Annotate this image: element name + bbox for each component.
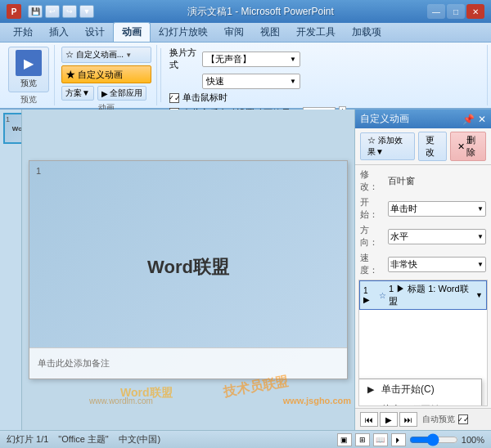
speed-value: 快速 (206, 75, 224, 87)
ribbon-group-preview: ▶ 预览 预览 (3, 45, 55, 105)
play-button[interactable]: ▶ (380, 412, 398, 427)
add-effect-button[interactable]: ☆ 添加效果▼ (360, 132, 415, 160)
save-icon[interactable]: 💾 (28, 5, 43, 18)
preview-button[interactable]: ▶ 预览 (8, 47, 49, 92)
reading-btn[interactable]: 📖 (373, 433, 388, 446)
speed-dropdown[interactable]: 快速 ▼ (202, 74, 300, 89)
theme-name: "Office 主题" (58, 433, 108, 446)
scheme-row: 方案▼ ▶ 全部应用 (61, 86, 146, 101)
speed-row: 快速 ▼ (169, 74, 300, 89)
direction-select[interactable]: 水平 ▼ (388, 229, 486, 244)
click-start-icon: ▶ (365, 384, 376, 396)
sound-dropdown[interactable]: 【无声音】 ▼ (202, 52, 300, 67)
modify-label: 修改： (360, 168, 385, 193)
slide-thumb-1[interactable]: 1 Word联盟 (3, 113, 22, 144)
context-click-start[interactable]: ▶ 单击开始(C) (358, 379, 481, 400)
click-label: 单击鼠标时 (182, 92, 227, 104)
switch-content: 换片方式 【无声音】 ▼ 快速 ▼ ✓ 单击鼠标时 (169, 47, 482, 119)
sound-row: 换片方式 【无声音】 ▼ (169, 47, 300, 71)
canvas-area: 1 Word联盟 单击此处添加备注 技术员联盟 www.jsgho.com Wo… (22, 110, 354, 430)
animation-content: ☆ 自定义动画... ▼ ★ 自定义动画 方案▼ ▶ 全部应用 (61, 47, 151, 101)
update-button[interactable]: 更改 (418, 132, 447, 161)
ribbon-divider (160, 48, 161, 102)
modify-value: 百叶窗 (388, 175, 415, 187)
apply-all-button[interactable]: ▶ 全部应用 (97, 86, 146, 101)
custom-anim-btn2[interactable]: ★ 自定义动画 (61, 65, 151, 83)
tab-review[interactable]: 审阅 (216, 23, 252, 42)
slide-canvas[interactable]: 1 Word联盟 单击此处添加备注 (29, 160, 348, 379)
context-click-start-label: 单击开始(C) (381, 383, 435, 396)
list-item-arrow[interactable]: ▼ (475, 291, 483, 299)
context-from-prev-label: 从上一项开始(W) (381, 403, 456, 406)
custom-anim-label2: 自定义动画 (78, 69, 123, 81)
speed-select[interactable]: 非常快 ▼ (388, 257, 486, 272)
preview-label: 预览 (20, 78, 37, 89)
dropdown-icon[interactable]: ▼ (79, 5, 94, 18)
slide-thumb-title: Word联盟 (12, 124, 22, 133)
list-item-index: 1 ▶ (363, 286, 376, 304)
custom-animation-panel: 自定义动画 📌 ✕ ☆ 添加效果▼ 更改 ✕ 删除 修改： 百叶窗 开始： 单击… (354, 110, 491, 430)
dropdown-arrow-icon: ▼ (125, 52, 132, 59)
tab-insert[interactable]: 插入 (41, 23, 77, 42)
delete-button[interactable]: ✕ 删除 (450, 132, 486, 161)
context-from-prev[interactable]: ↑ 从上一项开始(W) (358, 400, 481, 406)
preview-group-label: 预览 (20, 92, 37, 105)
tab-developer[interactable]: 开发工具 (288, 23, 344, 42)
window-controls: — □ ✕ (427, 4, 484, 19)
preview-content: ▶ 预览 (8, 47, 49, 92)
slideshow-btn[interactable]: ⏵ (391, 433, 406, 446)
click-check-row: ✓ 单击鼠标时 (169, 92, 227, 104)
watermark2: www.jsgho.com (283, 396, 351, 405)
start-property: 开始： 单击时 ▼ (355, 195, 491, 222)
speed-label: 速度： (360, 252, 385, 276)
scheme-button[interactable]: 方案▼ (61, 86, 94, 101)
slide-number: 1 (6, 115, 10, 123)
speed-arrow: ▼ (477, 261, 484, 268)
tab-design[interactable]: 设计 (77, 23, 113, 42)
play-back-button[interactable]: ⏮ (360, 412, 378, 427)
speed-property: 速度： 非常快 ▼ (355, 250, 491, 278)
start-label: 开始： (360, 196, 385, 221)
title-bar-left: P 💾 ↩ ↪ ▼ (7, 4, 94, 19)
tab-slideshow[interactable]: 幻灯片放映 (151, 23, 216, 42)
undo-icon[interactable]: ↩ (45, 5, 60, 18)
custom-anim-dropdown[interactable]: ☆ 自定义动画... ▼ (61, 47, 151, 63)
normal-view-btn[interactable]: ▣ (337, 433, 352, 446)
tab-view[interactable]: 视图 (252, 23, 288, 42)
direction-arrow: ▼ (477, 233, 484, 240)
slide-title: Word联盟 (147, 255, 229, 280)
ribbon-group-animation: ☆ 自定义动画... ▼ ★ 自定义动画 方案▼ ▶ 全部应用 动画 (56, 45, 157, 105)
playback-buttons: ⏮ ▶ ⏭ (360, 412, 417, 427)
delete-icon: ✕ (457, 141, 465, 152)
close-button[interactable]: ✕ (466, 4, 484, 19)
speed-value: 非常快 (390, 258, 417, 271)
play-forward-button[interactable]: ⏭ (399, 412, 417, 427)
auto-preview-checkbox[interactable]: ✓ (458, 414, 468, 424)
start-select[interactable]: 单击时 ▼ (388, 201, 486, 217)
ribbon-group-switch: 换片方式 【无声音】 ▼ 快速 ▼ ✓ 单击鼠标时 (164, 45, 488, 105)
view-controls: ▣ ⊞ 📖 ⏵ 100% (337, 433, 484, 446)
star-icon: ★ (65, 68, 76, 81)
play-controls: ⏮ ▶ ⏭ 自动预览 ✓ (355, 408, 491, 430)
slide-notes[interactable]: 单击此处添加备注 (29, 347, 347, 379)
window-title: 演示文稿1 - Microsoft PowerPoint (94, 5, 427, 19)
sound-label: 换片方式 (169, 47, 199, 71)
click-checkbox[interactable]: ✓ (169, 93, 179, 103)
list-item-1[interactable]: 1 ▶ ☆ 1 ▶ 标题 1: Word联盟 ▼ (359, 280, 487, 310)
zoom-slider[interactable] (409, 433, 458, 446)
tab-start[interactable]: 开始 (5, 23, 41, 42)
direction-property: 方向： 水平 ▼ (355, 222, 491, 250)
tab-addons[interactable]: 加载项 (344, 23, 390, 42)
title-bar: P 💾 ↩ ↪ ▼ 演示文稿1 - Microsoft PowerPoint —… (0, 0, 491, 23)
maximize-button[interactable]: □ (447, 4, 465, 19)
direction-value: 水平 (390, 231, 408, 243)
slide-sorter-btn[interactable]: ⊞ (355, 433, 370, 446)
tab-animation[interactable]: 动画 (113, 22, 151, 42)
canvas-slide-num: 1 (36, 166, 41, 176)
main-area: 1 Word联盟 1 Word联盟 单击此处添加备注 技术员联盟 www.jsg… (0, 110, 491, 430)
zoom-label: 100% (462, 435, 484, 445)
ribbon-tabs: 开始 插入 设计 动画 幻灯片放映 审阅 视图 开发工具 加载项 (0, 23, 491, 43)
context-menu: ▶ 单击开始(C) ↑ 从上一项开始(W) ↑ 从上一项之后开始(A) 效果选项… (358, 379, 482, 406)
redo-icon[interactable]: ↪ (62, 5, 77, 18)
minimize-button[interactable]: — (427, 4, 445, 19)
